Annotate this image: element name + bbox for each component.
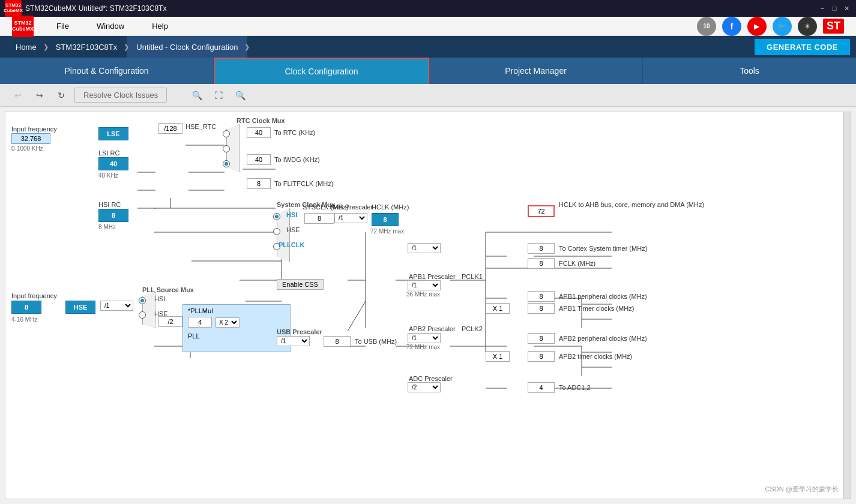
facebook-icon[interactable]: f [722,17,741,36]
watermark: CSDN @爱学习的蒙学长 [765,485,839,494]
youtube-icon[interactable]: ▶ [747,17,767,36]
flit-label: To FLITFCLK (MHz) [274,180,333,187]
input-range-1: 0-1000 KHz [11,145,43,152]
undo-button[interactable]: ↩ [10,87,26,104]
pclk2-label: PCLK2 [462,325,483,332]
redo-button[interactable]: ↪ [31,87,48,104]
generate-code-button[interactable]: GENERATE CODE [755,39,850,55]
sys-mux-radio-hsi[interactable] [273,213,280,220]
breadcrumb-device[interactable]: STM32F103C8Tx [46,36,127,58]
pll-mux-radio-hsi[interactable] [139,297,146,304]
rtc-mux-radio-lse[interactable] [223,145,230,152]
rtc-mux-radio-hse[interactable] [223,130,230,137]
hclk-ahb-val[interactable]: 72 [528,205,555,217]
zoom-out-button[interactable]: 🔍 [232,87,249,104]
tab-pinout[interactable]: Pinout & Configuration [0,58,214,84]
adc-val[interactable]: 4 [528,382,555,393]
pll-hsi-label: HSI [154,295,165,302]
apb1-x1-val[interactable]: X 1 [486,303,510,314]
brand-icons: 10 f ▶ 🐦 ✳ ST [697,17,844,36]
fclk-label: FCLK (MHz) [559,260,595,267]
zoom-in-button[interactable]: 🔍 [188,87,205,104]
ahb-prescaler-select[interactable]: /1/2/4 [334,213,367,223]
file-menu[interactable]: File [52,19,74,33]
hclk-label: HCLK (MHz) [372,203,409,211]
refresh-button[interactable]: ↻ [53,87,70,104]
fclk-val[interactable]: 8 [528,258,555,269]
hse-block[interactable]: HSE [65,301,95,314]
breadcrumb-project[interactable]: Untitled - Clock Configuration [127,36,247,58]
titlebar: STM32CubeMX STM32CubeMX Untitled*: STM32… [0,0,856,17]
brand-logo: STM32CubeMX [12,16,34,37]
hclk-val[interactable]: 8 [372,213,399,226]
titlebar-left: STM32CubeMX STM32CubeMX Untitled*: STM32… [5,0,166,17]
maximize-button[interactable]: □ [830,4,839,13]
network-icon[interactable]: ✳ [798,17,817,36]
input-value-1[interactable]: 32.768 [11,133,50,144]
pll-val[interactable]: 4 [188,317,212,328]
hsi-block[interactable]: 8 [98,209,128,222]
flit-val[interactable]: 8 [247,178,271,189]
rtc-mux-radio-lsi[interactable] [223,160,230,167]
apb1-prescaler-select[interactable]: /1/2/4 [408,280,441,290]
apb1-periph-val[interactable]: 8 [528,291,555,302]
lsi-rc-label: LSI RC [98,149,119,157]
pll-mux-radio-hse[interactable] [139,311,146,319]
window-title: STM32CubeMX Untitled*: STM32F103C8Tx [25,4,166,13]
apb2-periph-label: APB2 peripheral clocks (MHz) [559,335,647,342]
help-menu[interactable]: Help [147,19,173,33]
vertical-scrollbar[interactable] [843,112,851,499]
apb2-periph-val[interactable]: 8 [528,333,555,344]
pll-mul-select[interactable]: X 2X 3X 4X 6X 8X 9 [216,317,240,328]
iwdg-val[interactable]: 40 [247,154,271,165]
lsi-khz-label: 40 KHz [98,172,118,179]
clock-diagram: RTC Clock Mux Input frequency 32.768 0-1… [5,112,851,499]
apb2-timer-val[interactable]: 8 [528,351,555,362]
apb1-periph-label: APB1 peripheral clocks (MHz) [559,293,647,300]
hse-input-val[interactable]: 8 [11,301,41,314]
pll-source-mux-label: PLL Source Mux [142,286,194,293]
input-range-2: 4-16 MHz [11,316,37,323]
usb-val[interactable]: 8 [324,336,351,347]
tab-tools[interactable]: Tools [643,58,856,84]
adc-label: To ADC1,2 [559,384,591,391]
hsi-mux-label: HSI [286,211,297,218]
adc-prescaler-select[interactable]: /2/4/6/8 [408,382,441,392]
fit-screen-button[interactable]: ⛶ [210,87,227,104]
sys-mux-radio-hse[interactable] [273,228,280,235]
usb-prescaler-select[interactable]: /1/1.5 [277,336,310,346]
rtc-val[interactable]: 40 [247,127,271,138]
window-menu[interactable]: Window [92,19,129,33]
apb1-max: 36 MHz max [406,291,440,298]
lse-block[interactable]: LSE [98,127,128,140]
apb2-x1-val[interactable]: X 1 [486,351,510,362]
tab-clock[interactable]: Clock Configuration [214,58,429,84]
usb-prescaler-label: USB Prescaler [277,328,322,335]
menubar: STM32CubeMX File Window Help 10 f ▶ 🐦 ✳ … [0,17,856,36]
twitter-icon[interactable]: 🐦 [773,17,792,36]
apb1-timer-val[interactable]: 8 [528,303,555,314]
input-freq-label-2: Input frequency [11,292,57,299]
hse-div-select[interactable]: /1/2 [100,301,133,311]
breadcrumb: Home STM32F103C8Tx Untitled - Clock Conf… [0,36,856,58]
close-button[interactable]: ✕ [842,4,851,13]
cortex-div-select[interactable]: /1/8 [408,243,441,253]
div2-val[interactable]: /2 [158,316,182,327]
tab-project[interactable]: Project Manager [429,58,643,84]
tabbar: Pinout & Configuration Clock Configurati… [0,58,856,84]
div128-block[interactable]: /128 [158,123,182,134]
cortex-val[interactable]: 8 [528,243,555,254]
menu-right-icons: 10 f ▶ 🐦 ✳ ST [697,17,844,36]
apb2-prescaler-label: APB2 Prescaler [409,325,456,332]
titlebar-controls[interactable]: − □ ✕ [818,4,851,13]
lsi-block[interactable]: 40 [98,157,128,170]
minimize-button[interactable]: − [818,4,827,13]
stm32cubemx-logo: STM32CubeMX [5,0,22,17]
breadcrumb-home[interactable]: Home [6,36,46,58]
enable-css-button[interactable]: Enable CSS [277,279,324,290]
resolve-clock-issues-button[interactable]: Resolve Clock Issues [74,88,167,103]
svg-line-42 [348,301,366,331]
hse-mux-label: HSE [286,226,300,233]
sysclk-val[interactable]: 8 [304,213,334,224]
apb2-prescaler-select[interactable]: /1/2/4 [408,333,441,343]
